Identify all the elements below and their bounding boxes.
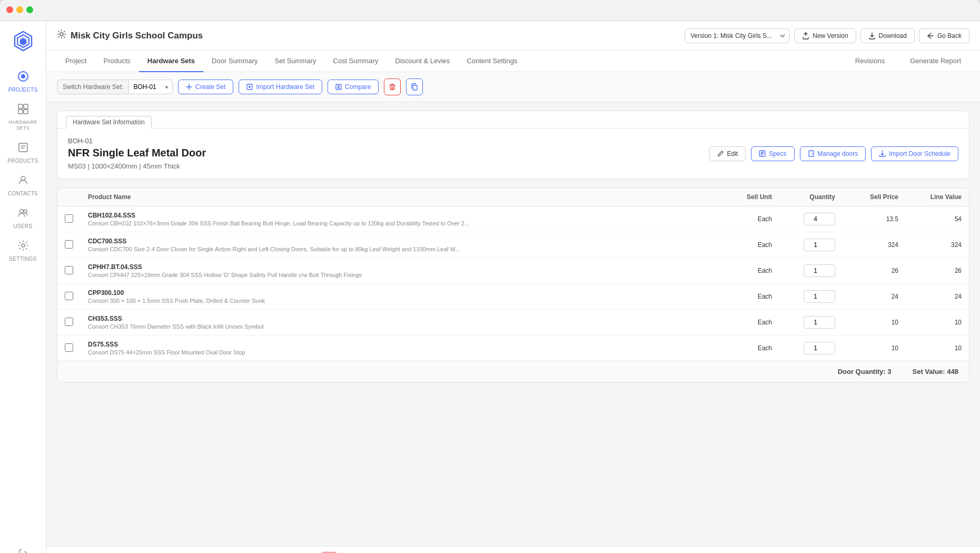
switch-label: Switch Hardware Set:: [57, 80, 129, 94]
sidebar-item-projects[interactable]: PROJECTS: [0, 65, 46, 98]
new-version-button[interactable]: New Version: [794, 28, 856, 43]
tab-set-summary[interactable]: Set Summary: [266, 51, 325, 72]
svg-point-4: [21, 74, 25, 78]
row-checkbox-ch353[interactable]: [65, 318, 73, 326]
product-code-cpp300: CPP300.100: [88, 289, 719, 297]
svg-point-14: [60, 33, 63, 36]
edit-label: Edit: [727, 150, 738, 157]
row-checkbox-cdc700[interactable]: [65, 240, 73, 249]
qty-input-ch353[interactable]: [804, 316, 835, 329]
signout-icon: [18, 548, 28, 553]
sidebar-item-contacts[interactable]: CONTACTS: [0, 169, 46, 202]
tab-project[interactable]: Project: [57, 51, 95, 72]
create-set-label: Create Set: [195, 83, 225, 91]
svg-rect-7: [18, 110, 23, 114]
create-set-button[interactable]: Create Set: [178, 80, 233, 94]
compare-button[interactable]: Compare: [328, 80, 379, 94]
specs-button[interactable]: Specs: [751, 146, 794, 161]
sidebar-label-contacts: CONTACTS: [8, 191, 38, 196]
line-value-cdc700: 324: [906, 232, 969, 258]
qty-input-cbh102[interactable]: [804, 213, 835, 225]
qty-input-cpp300[interactable]: [804, 290, 835, 303]
manage-doors-button[interactable]: Manage doors: [800, 146, 866, 161]
tab-content-settings[interactable]: Content Settings: [458, 51, 526, 72]
app-logo[interactable]: [12, 29, 35, 53]
products-icon: [17, 142, 29, 156]
sidebar-item-hardware-sets[interactable]: HARDWARE SETS: [0, 98, 46, 136]
import-door-schedule-button[interactable]: Import Door Schedule: [871, 146, 958, 161]
tab-products[interactable]: Products: [95, 51, 138, 72]
compare-label: Compare: [345, 83, 371, 91]
sidebar-item-users[interactable]: USERS: [0, 202, 46, 234]
table-row: CBH102.04.SSS Consort CBH102 102×76×3mm …: [57, 206, 969, 232]
copy-set-button[interactable]: [406, 78, 423, 95]
version-select[interactable]: Version 1: Misk City Girls S...: [685, 28, 790, 43]
set-value-label: Set Value:: [913, 368, 945, 376]
tab-generate-report[interactable]: Generate Report: [902, 51, 969, 72]
qty-input-ds75[interactable]: [804, 342, 835, 354]
sell-price-cphh7: 26: [843, 258, 906, 284]
sell-price-ds75: 10: [843, 335, 906, 361]
import-hardware-set-button[interactable]: Import Hardware Set: [239, 80, 322, 94]
qty-input-cphh7[interactable]: [804, 264, 835, 277]
sell-price-ch353: 10: [843, 310, 906, 335]
tab-revisions[interactable]: Revisions: [847, 51, 893, 72]
edit-button[interactable]: Edit: [709, 146, 746, 161]
product-desc-ds75: Consort DS75 44×25mm SSS Floor Mounted O…: [88, 349, 719, 355]
sell-unit-ch353: Each: [727, 310, 779, 335]
qty-input-cdc700[interactable]: [804, 239, 835, 251]
switch-hardware-set[interactable]: Switch Hardware Set: BOH-01: [57, 80, 173, 94]
tab-discount-levies[interactable]: Discount & Levies: [387, 51, 458, 72]
sidebar-item-products[interactable]: PRODUCTS: [0, 136, 46, 169]
bottom-bar: + Add New Product Replace Product + Crea…: [46, 546, 980, 553]
svg-rect-20: [809, 151, 814, 156]
sidebar: PROJECTS HARDWARE SETS: [0, 21, 46, 553]
row-checkbox-cbh102[interactable]: [65, 214, 73, 223]
table-row: CPHH7.BT.04.SSS Consort CPHH7 225×19mm G…: [57, 258, 969, 284]
title-bar: [0, 0, 980, 21]
toolbar: Switch Hardware Set: BOH-01 Create Set: [46, 72, 980, 102]
switch-select-input[interactable]: BOH-01: [129, 80, 169, 94]
project-name: Misk City Girls School Campus: [71, 31, 203, 41]
delete-set-button[interactable]: [384, 78, 401, 95]
sidebar-bottom: SIGN OUT: [0, 543, 46, 553]
row-checkbox-cphh7[interactable]: [65, 266, 73, 274]
tab-cost-summary[interactable]: Cost Summary: [324, 51, 387, 72]
sidebar-label-hardware-sets: HARDWARE SETS: [2, 120, 44, 131]
tab-hardware-sets[interactable]: Hardware Sets: [139, 51, 203, 72]
import-hw-set-label: Import Hardware Set: [256, 83, 314, 91]
hw-set-meta: MS03 | 1000×2400mm | 45mm Thick: [68, 162, 206, 170]
door-quantity-label: Door Quantity:: [838, 368, 886, 376]
row-checkbox-ds75[interactable]: [65, 343, 73, 352]
download-button[interactable]: Download: [860, 28, 915, 43]
sell-unit-cpp300: Each: [727, 284, 779, 310]
hw-set-name: NFR Single Leaf Metal Door: [68, 147, 206, 159]
svg-point-11: [19, 209, 23, 213]
door-quantity-value: 3: [887, 368, 891, 376]
product-desc-cphh7: Consort CPHH7 225×19mm Grade 304 SSS Hol…: [88, 272, 719, 278]
new-version-label: New Version: [813, 32, 848, 39]
table-row: DS75.SSS Consort DS75 44×25mm SSS Floor …: [57, 335, 969, 361]
table-header-row: Product Name Sell Unit Quantity Sell Pri…: [57, 188, 969, 206]
hw-info-left: BOH-01 NFR Single Leaf Metal Door MS03 |…: [68, 137, 206, 170]
line-value-ch353: 10: [906, 310, 969, 335]
close-button[interactable]: [6, 6, 13, 13]
nav-tabs: Project Products Hardware Sets Door Summ…: [46, 51, 980, 72]
col-checkbox: [57, 188, 81, 206]
line-value-cpp300: 24: [906, 284, 969, 310]
gear-icon: [57, 29, 66, 42]
line-value-cbh102: 54: [906, 206, 969, 232]
project-title-area: Misk City Girls School Campus: [57, 29, 678, 42]
tab-door-summary[interactable]: Door Summary: [203, 51, 266, 72]
row-checkbox-cpp300[interactable]: [65, 292, 73, 300]
svg-point-12: [24, 210, 27, 213]
set-value-value: 448: [947, 368, 958, 376]
sidebar-label-users: USERS: [14, 223, 33, 229]
minimize-button[interactable]: [16, 6, 23, 13]
sidebar-item-signout[interactable]: SIGN OUT: [0, 543, 46, 553]
product-desc-ch353: Consort CH353 76mm Diameter SSS with Bla…: [88, 323, 719, 330]
go-back-button[interactable]: Go Back: [919, 28, 969, 43]
maximize-button[interactable]: [26, 6, 33, 13]
hardware-set-info-card: Hardware Set Information BOH-01 NFR Sing…: [57, 111, 969, 179]
sidebar-item-settings[interactable]: SETTINGS: [0, 234, 46, 267]
